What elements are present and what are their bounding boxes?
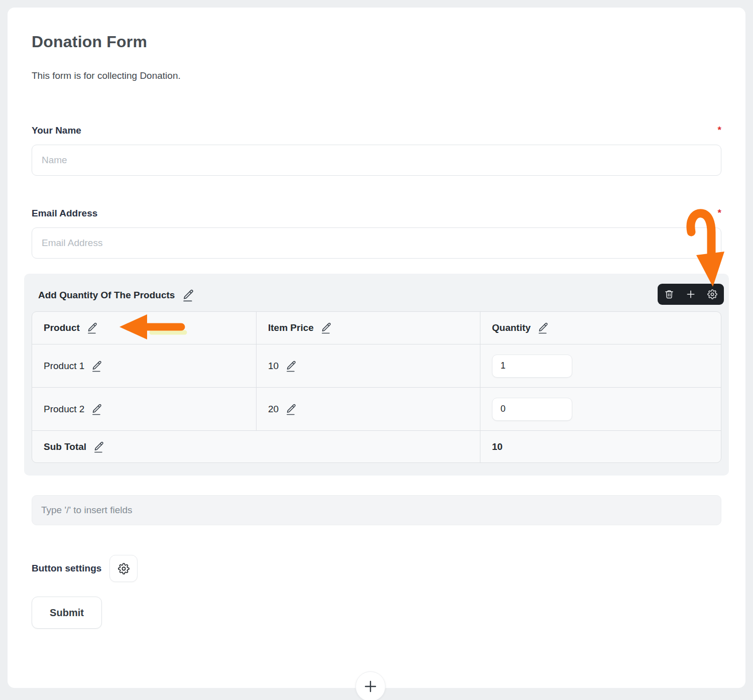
- table-row-product-1-price: 10: [256, 344, 480, 387]
- page: Donation Form This form is for collectin…: [0, 0, 753, 700]
- edit-section-title-icon[interactable]: [182, 289, 194, 302]
- subtotal-label: Sub Total: [44, 441, 86, 452]
- name-field-group: Your Name *: [32, 125, 721, 176]
- product-quantity-section: Add Quantity Of The Products Product Ite…: [24, 274, 729, 476]
- add-block-button[interactable]: [355, 671, 386, 700]
- products-table: Product Item Price Quantity Product 1: [32, 311, 721, 463]
- edit-price-header-icon[interactable]: [320, 322, 331, 334]
- edit-subtotal-icon[interactable]: [93, 441, 104, 453]
- product-1-label: Product 1: [44, 361, 84, 372]
- insert-fields-input[interactable]: Type '/' to insert fields: [32, 495, 721, 525]
- edit-quantity-header-icon[interactable]: [537, 322, 548, 334]
- email-input[interactable]: [32, 227, 721, 259]
- product-2-label: Product 2: [44, 404, 84, 415]
- trash-icon[interactable]: [664, 289, 674, 299]
- name-field-label: Your Name: [32, 125, 81, 136]
- section-toolbar: [658, 284, 724, 305]
- price-column-header: Item Price: [256, 312, 480, 344]
- page-title: Donation Form: [32, 33, 721, 51]
- page-description: This form is for collecting Donation.: [32, 70, 721, 81]
- submit-button[interactable]: Submit: [32, 597, 102, 629]
- product-1-quantity-input[interactable]: [492, 355, 572, 378]
- edit-product-1-price-icon[interactable]: [285, 360, 296, 372]
- table-row-product-2-price: 20: [256, 387, 480, 430]
- email-field-group: Email Address *: [32, 208, 721, 259]
- price-header-label: Item Price: [268, 322, 314, 333]
- button-settings-gear-button[interactable]: [109, 555, 138, 582]
- edit-product-header-icon[interactable]: [86, 322, 97, 334]
- quantity-column-header: Quantity: [480, 312, 721, 344]
- quantity-header-label: Quantity: [492, 322, 531, 333]
- plus-icon[interactable]: [686, 289, 696, 299]
- edit-product-2-price-icon[interactable]: [285, 403, 296, 415]
- product-2-price: 20: [268, 404, 279, 415]
- product-2-quantity-input[interactable]: [492, 398, 572, 421]
- table-row-product-1-quantity: [480, 344, 721, 387]
- gear-icon: [118, 563, 130, 574]
- button-settings-label: Button settings: [32, 563, 101, 574]
- gear-icon[interactable]: [707, 289, 717, 299]
- email-required-asterisk: *: [718, 208, 721, 217]
- table-row-product-2-name: Product 2: [32, 387, 256, 430]
- table-row-product-1-name: Product 1: [32, 344, 256, 387]
- insert-fields-placeholder: Type '/' to insert fields: [41, 505, 133, 516]
- button-settings-row: Button settings: [32, 555, 721, 582]
- product-1-price: 10: [268, 361, 279, 372]
- name-input[interactable]: [32, 145, 721, 176]
- email-field-label: Email Address: [32, 208, 97, 219]
- subtotal-row-label-cell: Sub Total: [32, 430, 480, 462]
- edit-product-1-icon[interactable]: [91, 360, 102, 372]
- edit-product-2-icon[interactable]: [91, 403, 102, 415]
- table-row-product-2-quantity: [480, 387, 721, 430]
- product-header-label: Product: [44, 322, 80, 333]
- plus-icon: [363, 679, 378, 694]
- subtotal-row-value-cell: 10: [480, 430, 721, 462]
- subtotal-value: 10: [492, 441, 503, 452]
- name-required-asterisk: *: [718, 125, 721, 135]
- form-card: Donation Form This form is for collectin…: [8, 8, 745, 688]
- product-section-title: Add Quantity Of The Products: [38, 290, 175, 301]
- product-column-header: Product: [32, 312, 256, 344]
